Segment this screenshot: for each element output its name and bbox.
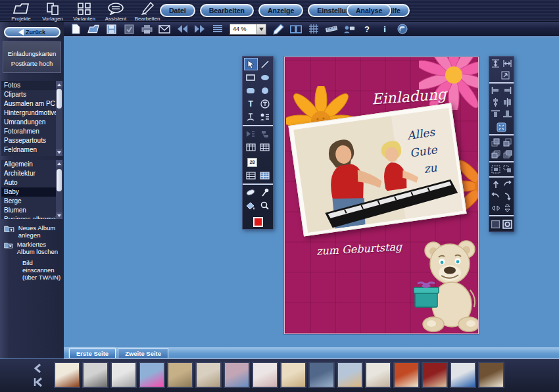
fill-tool[interactable] <box>245 200 257 211</box>
scrollbar-thumb[interactable] <box>57 89 62 109</box>
filmstrip-thumbnail-bw-baby[interactable] <box>82 362 109 388</box>
filmstrip-thumbnail-baby-in-crib[interactable] <box>252 362 278 388</box>
filmstrip-thumbnail-baby-in-walker[interactable] <box>478 362 504 388</box>
flip-horizontal-button[interactable] <box>490 203 501 213</box>
filmstrip-thumbnail-baby-on-pillow[interactable] <box>167 362 193 388</box>
online-globe-icon[interactable] <box>397 23 408 35</box>
scan-image-button[interactable]: Bild einscannen (über TWAIN) <box>4 258 64 281</box>
page-list-icon[interactable] <box>212 23 224 35</box>
filmstrip-thumbnail-baby-red-hat[interactable] <box>393 362 420 388</box>
album-item-business[interactable]: Business allgemein <box>1 215 56 219</box>
filmstrip-thumbnail-baby-lying-light[interactable] <box>195 362 222 388</box>
text-tool[interactable]: T <box>245 98 257 109</box>
align-right-button[interactable] <box>502 85 513 95</box>
playlist-tool[interactable] <box>245 128 257 139</box>
filmstrip-first-button[interactable] <box>30 377 45 387</box>
card-bottom-text[interactable]: zum Geburtstag <box>316 241 402 258</box>
select-tool[interactable] <box>245 59 257 70</box>
email-icon[interactable] <box>158 23 170 35</box>
design-canvas[interactable]: Einladung <box>64 37 559 347</box>
tab-zweite-seite[interactable]: Zweite Seite <box>118 348 168 358</box>
fit-width-button[interactable] <box>502 58 513 68</box>
scroll-down-icon[interactable] <box>56 149 62 156</box>
rounded-rect-tool[interactable] <box>245 85 257 96</box>
scroll-up-icon[interactable] <box>56 81 62 87</box>
rotate-ccw-button[interactable] <box>490 191 501 201</box>
filmstrip-previous-button[interactable] <box>30 363 45 374</box>
menu-bearbeiten-button[interactable]: Bearbeiten <box>200 4 254 17</box>
new-album-button[interactable]: Neues Album anlegen <box>4 224 64 239</box>
align-top-button[interactable] <box>490 109 501 119</box>
center-horizontal-button[interactable] <box>490 97 501 107</box>
card-greeting-text[interactable]: Alles Gute zu <box>396 122 452 182</box>
grid-toggle-icon[interactable] <box>308 23 320 35</box>
curved-text-tool[interactable] <box>245 111 257 122</box>
category-item-hintergrundmotive[interactable]: Hintergrundmotive <box>1 109 56 118</box>
bring-to-front-button[interactable] <box>490 149 501 159</box>
line-tool[interactable] <box>258 59 271 70</box>
grid-table-tool[interactable] <box>258 170 271 181</box>
filmstrip-thumbnail-baby-white[interactable] <box>365 362 391 388</box>
filmstrip-thumbnail-baby-sleeping-blue[interactable] <box>308 362 335 388</box>
pipette-tool[interactable] <box>258 187 271 198</box>
category-scrollbar[interactable] <box>56 81 62 156</box>
zoom-level-select[interactable]: 44 % <box>230 24 266 35</box>
filmstrip-thumbnail-bw-feet[interactable] <box>110 362 137 388</box>
card-page[interactable]: Einladung <box>284 57 479 334</box>
send-to-back-button[interactable] <box>502 149 513 159</box>
analyse-button[interactable]: Analyse <box>347 4 391 17</box>
frame-selected-button[interactable] <box>502 219 513 230</box>
ellipse-tool[interactable] <box>258 72 271 83</box>
text-ellipse-tool[interactable] <box>258 98 271 109</box>
move-up-button[interactable] <box>490 179 501 189</box>
print-icon[interactable] <box>141 23 153 35</box>
album-scrollbar[interactable] <box>56 160 62 219</box>
tab-erste-seite[interactable]: Erste Seite <box>69 348 116 358</box>
category-item-umrandungen[interactable]: Umrandungen <box>1 118 56 127</box>
chevron-down-icon[interactable] <box>256 24 266 34</box>
category-item-fotos[interactable]: Fotos <box>1 81 56 90</box>
align-left-button[interactable] <box>490 85 501 95</box>
category-item-fotorahmen[interactable]: Fotorahmen <box>1 127 56 136</box>
circle-tool[interactable] <box>258 85 271 96</box>
filmstrip-thumbnail-baby-blue-shorts[interactable] <box>450 362 476 388</box>
calendar-tool[interactable]: 28 <box>246 157 258 168</box>
delete-album-button[interactable]: Markiertes Album löschen <box>4 240 64 255</box>
eraser-tool[interactable] <box>245 187 257 198</box>
bearbeiten-button[interactable]: Bearbeiten <box>133 1 162 22</box>
edit-mode-icon[interactable] <box>272 23 284 35</box>
menu-datei-button[interactable]: Datei <box>160 4 195 17</box>
center-vertical-button[interactable] <box>502 97 513 107</box>
resize-proportional-button[interactable] <box>500 70 511 80</box>
card-photo[interactable]: Alles Gute zu <box>288 103 466 236</box>
row-table-tool[interactable] <box>245 170 257 181</box>
info-icon[interactable]: i <box>379 23 391 35</box>
rotate-cw-button[interactable] <box>502 179 513 189</box>
category-item-textbausteine[interactable]: Textbausteine <box>1 155 56 156</box>
color-swatch[interactable] <box>252 216 264 228</box>
save-icon[interactable] <box>105 23 117 35</box>
album-item-architektur[interactable]: Architektur <box>1 169 56 178</box>
window-arrange-icon[interactable] <box>290 23 302 35</box>
filmstrip-thumbnail-baby-pink-heart[interactable] <box>139 362 165 388</box>
fit-height-button[interactable] <box>490 58 501 68</box>
previous-page-icon[interactable] <box>176 23 188 35</box>
comment-user-icon[interactable] <box>343 23 355 35</box>
filmstrip-thumbnail-baby-in-blanket[interactable] <box>280 362 306 388</box>
table-tool-1[interactable] <box>245 141 257 153</box>
category-item-ausmalen[interactable]: Ausmalen am PC <box>1 99 56 109</box>
frame-mode-button[interactable] <box>490 219 501 230</box>
send-backward-button[interactable] <box>502 137 513 147</box>
confirm-icon[interactable] <box>123 23 135 35</box>
ungroup-button[interactable] <box>502 164 513 174</box>
rectangle-tool[interactable] <box>245 72 257 83</box>
teddy-bear-icon[interactable] <box>414 233 479 333</box>
field-text-tool[interactable] <box>258 111 271 122</box>
filmstrip-thumbnail-baby-with-rattle[interactable] <box>224 362 250 388</box>
scroll-down-icon[interactable] <box>56 212 62 219</box>
category-item-feldnamen[interactable]: Feldnamen <box>1 145 56 155</box>
album-item-auto[interactable]: Auto <box>1 178 56 187</box>
category-item-passepartouts[interactable]: Passepartouts <box>1 136 56 145</box>
help-icon[interactable]: ? <box>361 23 373 35</box>
ruler-icon[interactable] <box>326 23 337 35</box>
